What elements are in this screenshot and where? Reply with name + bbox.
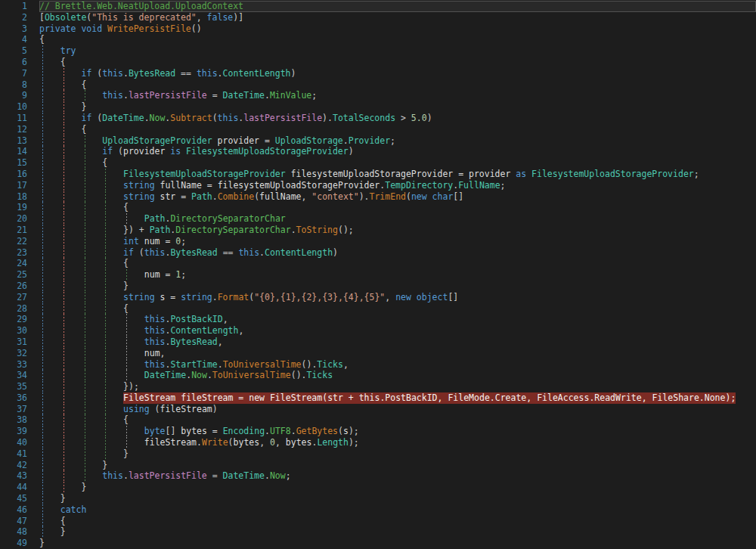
code-line[interactable]: 5try — [0, 45, 756, 57]
code-line[interactable]: 22int num = 0; — [0, 236, 756, 247]
code-line[interactable]: 19{ — [0, 202, 756, 213]
code-line[interactable]: 49} — [0, 538, 756, 549]
token-pn: ) — [212, 404, 218, 414]
indent-guide — [64, 404, 64, 415]
line-number: 11 — [0, 113, 27, 124]
token-st: Create — [495, 392, 527, 403]
token-pn: ( — [228, 437, 234, 448]
token-kw: if — [82, 68, 98, 79]
code-line[interactable]: 38{ — [0, 414, 756, 426]
line-content: int num = 0; — [39, 236, 756, 247]
indent-guide — [42, 202, 43, 213]
code-line[interactable]: 44} — [0, 482, 756, 493]
code-line[interactable]: 48} — [0, 526, 756, 538]
indent-guide — [105, 448, 106, 460]
code-line[interactable]: 25num = 1; — [0, 269, 756, 281]
indent-guide — [85, 325, 85, 337]
indent-guide — [42, 68, 43, 79]
code-line[interactable]: 6{ — [0, 57, 756, 68]
code-editor-viewport[interactable]: 1// Brettle.Web.NeatUpload.UploadContext… — [0, 0, 756, 549]
code-line[interactable]: 13UploadStorageProvider provider = Uploa… — [0, 135, 756, 147]
code-line[interactable]: 41} — [0, 448, 756, 460]
token-pn: )] — [233, 12, 243, 23]
token-fi: lastPersistFile — [129, 90, 207, 101]
code-line[interactable]: 46catch — [0, 504, 756, 516]
code-line[interactable]: 28{ — [0, 303, 756, 315]
code-line[interactable]: 45} — [0, 493, 756, 504]
code-line[interactable]: 39byte[] bytes = Encoding.UTF8.GetBytes(… — [0, 426, 756, 437]
code-text: } — [82, 101, 87, 113]
indent-guide — [42, 381, 43, 392]
token-pn: { — [82, 124, 87, 135]
indent-guide — [105, 381, 106, 392]
token-pl: fullName = filesystemUploadStorageProvid… — [155, 180, 380, 191]
code-line[interactable]: 33this.StartTime.ToUniversalTime().Ticks… — [0, 359, 756, 371]
code-line[interactable]: 20Path.DirectorySeparatorChar — [0, 213, 756, 225]
indent-guide — [42, 247, 43, 259]
indent-guide — [85, 337, 85, 348]
code-text: { — [39, 34, 45, 45]
line-content: this.BytesRead, — [39, 337, 756, 348]
code-line[interactable]: 34DateTime.Now.ToUniversalTime().Ticks — [0, 370, 756, 381]
token-ty: ContentLength — [223, 68, 291, 79]
code-line[interactable]: 27string s = string.Format("{0},{1},{2},… — [0, 292, 756, 303]
code-line[interactable]: 8{ — [0, 79, 756, 91]
code-line[interactable]: 4{ — [0, 34, 756, 45]
token-kw: this — [102, 68, 123, 79]
token-pn: . — [265, 426, 270, 436]
indent-guide — [85, 460, 85, 471]
code-line[interactable]: 31this.BytesRead, — [0, 337, 756, 348]
code-line[interactable]: 30this.ContentLength, — [0, 325, 756, 337]
code-line[interactable]: 47{ — [0, 516, 756, 527]
code-line[interactable]: 9this.lastPersistFile = DateTime.MinValu… — [0, 90, 756, 101]
line-content: try — [39, 45, 756, 57]
code-line[interactable]: 24{ — [0, 258, 756, 269]
code-text: { — [82, 124, 87, 135]
code-text: { — [82, 79, 87, 91]
code-line[interactable]: 14if (provider is FilesystemUploadStorag… — [0, 146, 756, 157]
line-number: 16 — [0, 169, 27, 180]
code-line[interactable]: 36FileStream fileStream = new FileStream… — [0, 392, 756, 404]
token-pn: ; — [181, 236, 186, 247]
code-line[interactable]: 16FilesystemUploadStorageProvider filesy… — [0, 169, 756, 180]
code-line[interactable]: 17string fullName = filesystemUploadStor… — [0, 180, 756, 191]
code-line[interactable]: 12{ — [0, 124, 756, 135]
indent-guide — [85, 348, 85, 359]
indent-guide — [105, 202, 106, 213]
code-line[interactable]: 37using (fileStream) — [0, 404, 756, 415]
indent-guide — [64, 101, 64, 113]
line-number: 28 — [0, 303, 27, 315]
line-number: 40 — [0, 437, 27, 448]
code-line[interactable]: 18string str = Path.Combine(fullName, "c… — [0, 191, 756, 203]
code-line[interactable]: 10} — [0, 101, 756, 113]
token-pn: , — [160, 348, 166, 358]
code-line[interactable]: 2[Obsolete("This is deprecated", false)] — [0, 12, 756, 23]
token-kw: using — [123, 404, 155, 414]
code-line[interactable]: 3private void WritePersistFile() — [0, 23, 756, 35]
code-line[interactable]: 32num, — [0, 348, 756, 359]
code-line[interactable]: 1// Brettle.Web.NeatUpload.UploadContext — [0, 1, 756, 12]
indent-guide — [105, 392, 106, 404]
code-line[interactable]: 7if (this.BytesRead == this.ContentLengt… — [0, 68, 756, 79]
code-line[interactable]: 42} — [0, 460, 756, 471]
code-line[interactable]: 35}); — [0, 381, 756, 392]
line-content: { — [39, 303, 756, 315]
line-content: } — [39, 526, 756, 538]
code-line[interactable]: 23if (this.BytesRead == this.ContentLeng… — [0, 247, 756, 259]
token-pn: == — [218, 247, 239, 258]
token-pn: } — [123, 281, 129, 291]
indent-guide — [64, 470, 64, 482]
code-line[interactable]: 26} — [0, 281, 756, 292]
line-content: { — [39, 202, 756, 213]
code-line[interactable]: 43this.lastPersistFile = DateTime.Now; — [0, 470, 756, 482]
indent-guide — [85, 470, 85, 482]
indent-guide — [64, 303, 64, 315]
code-line[interactable]: 21}) + Path.DirectorySeparatorChar.ToStr… — [0, 225, 756, 236]
line-number: 5 — [0, 45, 27, 57]
code-line[interactable]: 15{ — [0, 157, 756, 169]
token-pn: . — [123, 68, 129, 79]
code-line[interactable]: 29this.PostBackID, — [0, 314, 756, 325]
code-line[interactable]: 40fileStream.Write(bytes, 0, bytes.Lengt… — [0, 437, 756, 448]
line-number: 27 — [0, 292, 27, 303]
code-line[interactable]: 11if (DateTime.Now.Subtract(this.lastPer… — [0, 113, 756, 124]
